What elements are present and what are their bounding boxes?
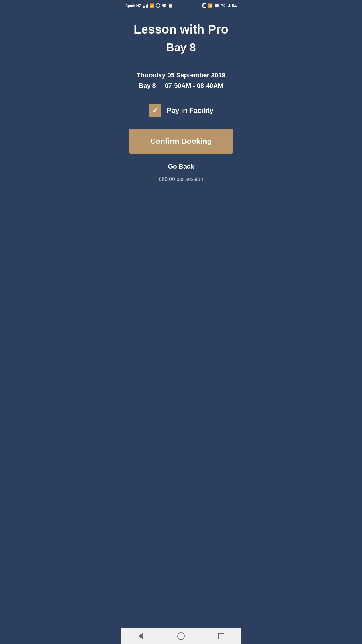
battery-container: 79 [214,4,225,8]
booking-details: Thursday 05 September 2019 Bay 8 07:50AM… [137,71,225,90]
battery-icon [214,4,220,7]
signal-bar-4 [147,4,148,8]
nfc-icon: N [202,4,206,8]
nav-back-button[interactable] [132,630,150,642]
bottom-nav [121,628,241,644]
booking-time: Bay 8 07:50AM - 08:40AM [137,82,225,90]
wifi-icon: 📶 [150,4,154,8]
booking-time-range: 07:50AM - 08:40AM [165,82,223,89]
pay-in-facility-option[interactable]: ✓ Pay in Facility [149,104,213,117]
nav-home-button[interactable] [172,630,190,642]
recent-icon [218,633,224,639]
status-bar: Spark NZ 📶 💬 📋 N 📶 79 4:54 [121,0,241,10]
bay-subtitle: Bay 8 [166,41,196,54]
status-time: 4:54 [228,3,237,8]
messenger-icon: 💬 [162,4,166,8]
signal-bar-3 [146,5,147,8]
confirm-booking-button[interactable]: Confirm Booking [129,129,233,154]
circle-icon [156,4,160,8]
pay-checkbox[interactable]: ✓ [149,104,161,117]
go-back-link[interactable]: Go Back [168,163,194,170]
nav-recent-button[interactable] [212,630,230,642]
clipboard-icon: 📋 [168,4,173,8]
status-right: N 📶 79 4:54 [202,3,237,8]
back-icon [138,633,143,640]
bluetooth-icon: 📶 [208,4,212,8]
home-icon [177,632,185,640]
phone-screen: Spark NZ 📶 💬 📋 N 📶 79 4:54 [121,0,241,644]
booking-date: Thursday 05 September 2019 [137,71,225,79]
battery-percent: 79 [221,4,225,8]
signal-icon [143,4,148,8]
pay-label: Pay in Facility [167,106,213,115]
price-label: £60.00 per session [159,176,203,182]
booking-location: Bay 8 [139,82,156,89]
page-title: Lesson with Pro [134,22,228,37]
checkmark-icon: ✓ [152,106,158,115]
signal-bar-2 [144,6,145,8]
status-left: Spark NZ 📶 💬 📋 [125,4,173,8]
signal-bar-1 [143,6,144,8]
carrier-label: Spark NZ [125,4,141,8]
battery-fill [215,4,219,7]
main-content: Lesson with Pro Bay 8 Thursday 05 Septem… [121,10,241,628]
